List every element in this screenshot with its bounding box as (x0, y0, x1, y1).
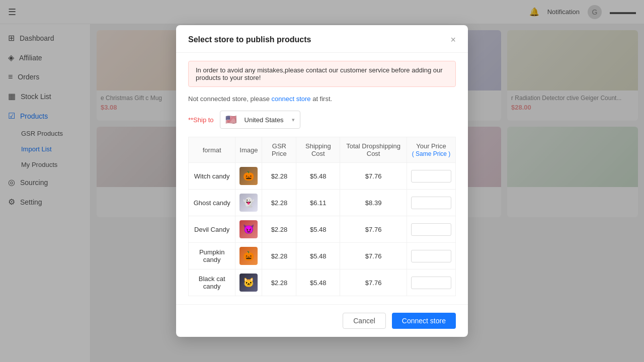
product-image-cell: 🎃 (235, 243, 262, 269)
product-name-cell: Devil Candy (189, 216, 235, 243)
your-price-cell (407, 269, 455, 296)
ship-to-row: **Ship to 🇺🇸 United States ▾ (188, 111, 456, 129)
col-your-price: Your Price ( Same Price ) (407, 137, 455, 163)
shipping-cost-cell: $6.11 (296, 190, 340, 216)
table-body: Witch candy 🎃 $2.28 $5.48 $7.76 (189, 163, 456, 296)
table-header: format Image GSR Price Shipping Cost Tot… (189, 137, 456, 163)
product-name-cell: Pumpkin candy (189, 243, 235, 269)
alert-banner: In order to avoid any mistakes,please co… (188, 61, 456, 87)
product-thumbnail: 👻 (239, 194, 258, 212)
total-cost-cell: $7.76 (340, 269, 407, 296)
not-connected-text: Not connected store, please connect stor… (188, 95, 456, 103)
col-gsr-price: GSR Price (262, 137, 296, 163)
your-price-input[interactable] (411, 223, 451, 236)
gsr-price-cell: $2.28 (262, 243, 296, 269)
your-price-input[interactable] (411, 170, 451, 183)
product-image-cell: 👻 (235, 190, 262, 216)
product-thumbnail: 😈 (239, 220, 258, 238)
products-table: format Image GSR Price Shipping Cost Tot… (188, 137, 456, 296)
product-name-cell: Black cat candy (189, 269, 235, 296)
modal-title: Select store to publish products (188, 35, 311, 44)
connect-store-link[interactable]: connect store (272, 95, 311, 103)
modal-footer: Cancel Connect store (176, 304, 468, 337)
table-row: Devil Candy 😈 $2.28 $5.48 $7.76 (189, 216, 456, 243)
col-image: Image (235, 137, 262, 163)
modal-header: Select store to publish products × (176, 25, 468, 53)
table-header-row: format Image GSR Price Shipping Cost Tot… (189, 137, 456, 163)
table-row: Black cat candy 🐱 $2.28 $5.48 $7.76 (189, 269, 456, 296)
col-format: format (189, 137, 235, 163)
your-price-input[interactable] (411, 197, 451, 209)
table-row: Ghost candy 👻 $2.28 $6.11 $8.39 (189, 190, 456, 216)
product-name-cell: Ghost candy (189, 190, 235, 216)
country-select-dropdown[interactable]: 🇺🇸 United States ▾ (220, 111, 300, 129)
total-cost-cell: $8.39 (340, 190, 407, 216)
your-price-input[interactable] (411, 250, 451, 262)
your-price-cell (407, 216, 455, 243)
ship-to-label: **Ship to (188, 116, 214, 124)
same-price-link[interactable]: ( Same Price ) (412, 150, 451, 157)
modal-body: In order to avoid any mistakes,please co… (176, 53, 468, 304)
cancel-button[interactable]: Cancel (343, 313, 386, 329)
select-store-modal: Select store to publish products × In or… (176, 25, 468, 337)
country-name: United States (245, 116, 284, 124)
your-price-cell (407, 190, 455, 216)
gsr-price-cell: $2.28 (262, 163, 296, 190)
col-total-cost: Total Dropshipping Cost (340, 137, 407, 163)
product-thumbnail: 🎃 (239, 167, 258, 185)
product-thumbnail: 🎃 (239, 247, 258, 265)
product-image-cell: 🐱 (235, 269, 262, 296)
shipping-cost-cell: $5.48 (296, 163, 340, 190)
gsr-price-cell: $2.28 (262, 190, 296, 216)
gsr-price-cell: $2.28 (262, 269, 296, 296)
total-cost-cell: $7.76 (340, 163, 407, 190)
your-price-input[interactable] (411, 277, 451, 289)
product-image-cell: 🎃 (235, 163, 262, 190)
product-thumbnail: 🐱 (239, 274, 258, 292)
total-cost-cell: $7.76 (340, 243, 407, 269)
your-price-cell (407, 163, 455, 190)
modal-overlay: Select store to publish products × In or… (0, 0, 644, 362)
table-row: Witch candy 🎃 $2.28 $5.48 $7.76 (189, 163, 456, 190)
total-cost-cell: $7.76 (340, 216, 407, 243)
gsr-price-cell: $2.28 (262, 216, 296, 243)
modal-close-button[interactable]: × (450, 35, 456, 44)
country-flag-icon: 🇺🇸 (225, 114, 236, 125)
product-image-cell: 😈 (235, 216, 262, 243)
col-shipping-cost: Shipping Cost (296, 137, 340, 163)
alert-text: In order to avoid any mistakes,please co… (196, 66, 443, 81)
your-price-cell (407, 243, 455, 269)
connect-store-button[interactable]: Connect store (392, 313, 456, 329)
table-row: Pumpkin candy 🎃 $2.28 $5.48 $7.76 (189, 243, 456, 269)
shipping-cost-cell: $5.48 (296, 269, 340, 296)
chevron-down-icon: ▾ (292, 117, 295, 123)
product-name-cell: Witch candy (189, 163, 235, 190)
shipping-cost-cell: $5.48 (296, 243, 340, 269)
shipping-cost-cell: $5.48 (296, 216, 340, 243)
